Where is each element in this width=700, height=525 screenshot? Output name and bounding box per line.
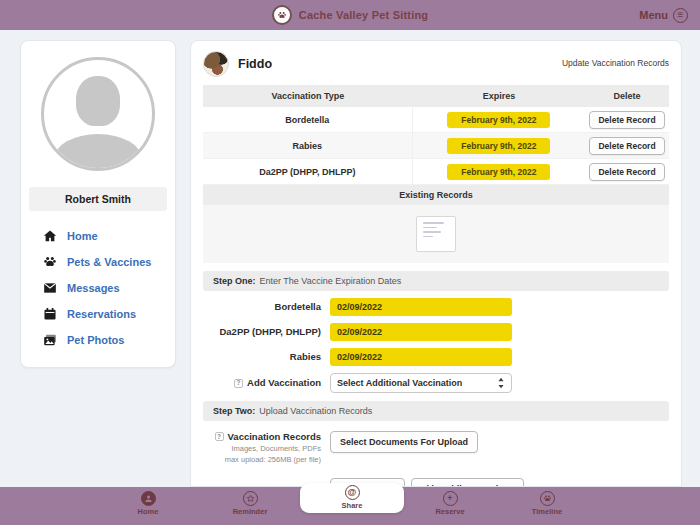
sidebar-item-label: Pet Photos (67, 334, 124, 346)
vaccine-type: Rabies (203, 133, 413, 158)
bottomnav-reserve[interactable]: + Reserve (415, 491, 485, 516)
select-documents-button[interactable]: Select Documents For Upload (330, 431, 478, 453)
vaccination-records-label-col: ?Vaccination Records Images, Documents, … (203, 431, 321, 464)
field-label-da2pp: Da2PP (DHPP, DHLPP) (203, 326, 321, 337)
hamburger-icon: ≡ (673, 8, 688, 23)
photos-icon (43, 333, 57, 347)
vaccine-type: Bordetella (203, 107, 413, 132)
help-icon[interactable]: ? (234, 379, 243, 388)
column-header-delete: Delete (585, 91, 669, 101)
step-two-description: Upload Vaccination Records (259, 406, 372, 416)
sidebar-item-messages[interactable]: Messages (21, 275, 175, 301)
envelope-icon (43, 281, 57, 295)
sidebar-item-reservations[interactable]: Reservations (21, 301, 175, 327)
bottomnav-label: Share (342, 501, 363, 510)
user-avatar (41, 57, 155, 171)
top-app-bar: Cache Valley Pet Sitting Menu ≡ (0, 0, 700, 30)
step-one-header: Step One: Enter The Vaccine Expiration D… (203, 271, 669, 291)
rabies-date-input[interactable] (330, 348, 512, 366)
field-label-rabies: Rabies (203, 351, 321, 362)
existing-records-header: Existing Records (203, 185, 669, 205)
menu-button[interactable]: Menu ≡ (639, 0, 688, 30)
app-title: Cache Valley Pet Sitting (299, 9, 429, 21)
user-name: Robert Smith (29, 187, 167, 211)
step-two-header: Step Two: Upload Vaccination Records (203, 401, 669, 421)
existing-records-panel (203, 205, 669, 263)
skip-adding-vaccines-button[interactable]: Skip Adding Vaccines (411, 478, 524, 487)
table-row: Da2PP (DHPP, DHLPP) February 9th, 2022 D… (203, 159, 669, 185)
share-icon: @ (345, 485, 360, 500)
step-one-label: Step One: (213, 276, 256, 286)
sidebar-item-label: Reservations (67, 308, 136, 320)
upload-block: ?Vaccination Records Images, Documents, … (203, 431, 669, 464)
document-thumbnail[interactable] (416, 216, 456, 252)
upload-hint-formats: Images, Documents, PDFs (203, 444, 321, 453)
vaccination-table: Vaccination Type Expires Delete Bordetel… (203, 85, 669, 263)
bottom-nav-bar: Home Reminder @ Share + Reserve Timeline (0, 487, 700, 525)
sidebar: Robert Smith Home Pets & Vaccines Messag… (20, 40, 176, 368)
select-stepper-icon (497, 377, 505, 389)
vaccination-records-label: Vaccination Records (228, 431, 321, 442)
vaccine-date-row: Bordetella (203, 298, 669, 316)
add-vaccination-row: ?Add Vaccination Select Additional Vacci… (203, 373, 669, 393)
sidebar-item-pets-vaccines[interactable]: Pets & Vaccines (21, 249, 175, 275)
sidebar-item-home[interactable]: Home (21, 223, 175, 249)
star-icon (243, 491, 258, 506)
page-title: Update Vaccination Records (562, 58, 669, 68)
home-icon (43, 229, 57, 243)
expires-date-badge[interactable]: February 9th, 2022 (447, 112, 550, 128)
pet-name: Fiddo (238, 57, 272, 71)
add-vaccination-text: Add Vaccination (247, 377, 321, 388)
bottomnav-active-card: @ Share (300, 483, 404, 513)
form-actions: Save Record Skip Adding Vaccines (203, 478, 669, 487)
bottomnav-label: Home (138, 507, 159, 516)
upload-hint-size: max upload: 256MB (per file) (203, 455, 321, 464)
pet-avatar (203, 51, 229, 77)
main-content: Fiddo Update Vaccination Records Vaccina… (190, 40, 682, 487)
bottomnav-reminder[interactable]: Reminder (215, 491, 285, 516)
bottomnav-label: Reserve (435, 507, 464, 516)
delete-record-button[interactable]: Delete Record (589, 163, 664, 181)
paw-icon (43, 255, 57, 269)
bottomnav-share[interactable]: @ Share (300, 483, 404, 510)
table-row: Bordetella February 9th, 2022 Delete Rec… (203, 107, 669, 133)
bottomnav-timeline[interactable]: Timeline (512, 491, 582, 516)
table-header: Vaccination Type Expires Delete (203, 85, 669, 107)
delete-record-button[interactable]: Delete Record (589, 111, 664, 129)
person-icon (141, 491, 156, 506)
step-one-description: Enter The Vaccine Expiration Dates (260, 276, 402, 286)
column-header-expires: Expires (413, 91, 585, 101)
paw-circle-icon (540, 491, 555, 506)
brand: Cache Valley Pet Sitting (272, 5, 429, 25)
vaccine-date-row: Rabies (203, 348, 669, 366)
bordetella-date-input[interactable] (330, 298, 512, 316)
table-row: Rabies February 9th, 2022 Delete Record (203, 133, 669, 159)
column-header-type: Vaccination Type (203, 91, 413, 101)
expires-date-badge[interactable]: February 9th, 2022 (447, 164, 550, 180)
bottomnav-label: Timeline (532, 507, 562, 516)
select-value: Select Additional Vaccination (337, 378, 462, 388)
bottomnav-label: Reminder (233, 507, 268, 516)
bottomnav-home[interactable]: Home (113, 491, 183, 516)
expires-date-badge[interactable]: February 9th, 2022 (447, 138, 550, 154)
app-logo-icon (272, 5, 292, 25)
plus-icon: + (443, 491, 458, 506)
step-two-label: Step Two: (213, 406, 255, 416)
field-label-bordetella: Bordetella (203, 301, 321, 312)
pet-header: Fiddo Update Vaccination Records (203, 49, 669, 79)
vaccine-type: Da2PP (DHPP, DHLPP) (203, 159, 413, 184)
calendar-icon (43, 307, 57, 321)
sidebar-item-label: Messages (67, 282, 120, 294)
add-vaccination-label: ?Add Vaccination (203, 377, 321, 388)
delete-record-button[interactable]: Delete Record (589, 137, 664, 155)
sidebar-item-label: Pets & Vaccines (67, 256, 151, 268)
vaccine-date-row: Da2PP (DHPP, DHLPP) (203, 323, 669, 341)
sidebar-item-pet-photos[interactable]: Pet Photos (21, 327, 175, 353)
da2pp-date-input[interactable] (330, 323, 512, 341)
additional-vaccination-select[interactable]: Select Additional Vaccination (330, 373, 512, 393)
menu-label: Menu (639, 9, 668, 21)
sidebar-item-label: Home (67, 230, 98, 242)
help-icon[interactable]: ? (215, 432, 224, 441)
